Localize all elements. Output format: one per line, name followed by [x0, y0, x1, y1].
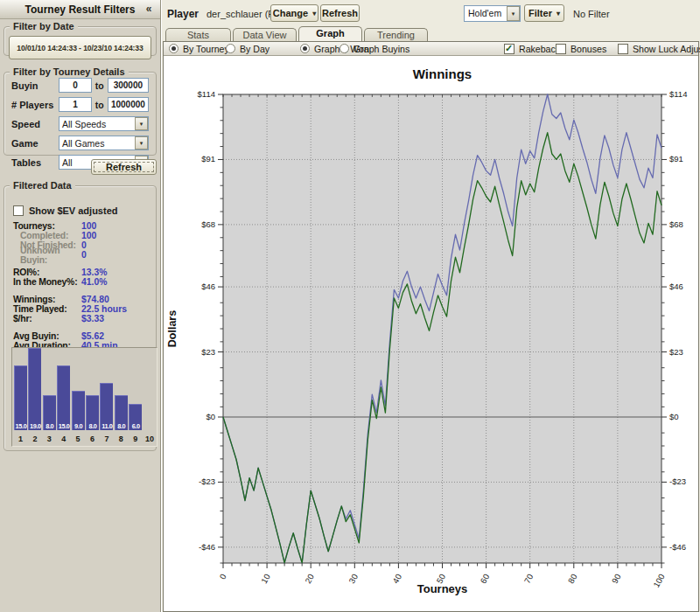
winnings-chart: $114$114$91$91$68$68$46$46$23$23$0$0-$23… — [164, 56, 698, 611]
tab-trending[interactable]: Trending — [364, 28, 428, 41]
stat-value: $3.33 — [81, 314, 104, 323]
refresh-player-button[interactable]: Refresh — [320, 4, 360, 22]
checkbox-label: Bonuses — [570, 44, 606, 54]
stat-label: Completed: — [13, 231, 81, 240]
stat-row: Time Played:22.5 hours — [13, 304, 150, 314]
dropdown-button[interactable]: ▾ — [135, 136, 148, 150]
x-axis-title: Tourneys — [417, 582, 468, 595]
game-type-combo[interactable]: Hold'em ▾ — [464, 5, 521, 22]
combo-dropdown-button[interactable]: ▾ — [507, 6, 520, 21]
filtered-stats-list: Tourneys:100Completed:100Not Finished:0U… — [13, 221, 150, 351]
histogram-bar-value: 11.0 — [99, 422, 115, 430]
ev-adjusted-label: Show $EV adjusted — [29, 205, 117, 216]
tab-data-view[interactable]: Data View — [233, 28, 297, 41]
filter-range-row: Buyin0to300000 — [11, 78, 149, 93]
stat-label: $/hr: — [13, 314, 81, 323]
x-tick-label: 90 — [610, 573, 623, 586]
x-tick-label: 10 — [259, 573, 272, 586]
radio-icon[interactable] — [226, 44, 235, 53]
histogram-bar-value: 8.0 — [114, 422, 130, 430]
stat-row: ROI%:13.3% — [13, 268, 150, 277]
radio-graph-buyins[interactable]: Graph Buyins — [340, 43, 410, 54]
x-tick-label: 0 — [218, 573, 228, 581]
checkbox-bonuses[interactable]: Bonuses — [556, 43, 606, 54]
buyin-histogram: 15.0119.028.0315.049.058.0611.078.086.09… — [11, 347, 158, 447]
stat-label: Unknown Buyin: — [13, 246, 81, 265]
y-tick-label: $46 — [669, 282, 683, 291]
filter-select[interactable]: All Games▾ — [59, 136, 149, 150]
checkbox-icon[interactable] — [556, 44, 566, 54]
sidebar-refresh-button[interactable]: Refresh — [91, 159, 157, 175]
checkbox-rakeback[interactable]: Rakeback — [504, 43, 560, 54]
change-player-button[interactable]: Change▾ — [270, 4, 318, 22]
player-toolbar: Player der_schlauer (FT) Change▾ Refresh… — [162, 0, 700, 26]
radio-icon[interactable] — [169, 44, 178, 53]
dropdown-button[interactable]: ▾ — [135, 117, 148, 130]
histogram-bar: 19.0 — [28, 348, 41, 430]
histogram-x-label: 3 — [43, 435, 56, 443]
date-range-button[interactable]: 10/01/10 14:24:33 - 10/23/10 14:24:33 — [9, 36, 151, 59]
filter-select[interactable]: All Speeds▾ — [59, 116, 149, 131]
range-to-input[interactable]: 300000 — [108, 78, 149, 93]
histogram-bar: 6.0 — [129, 404, 142, 430]
histogram-x-label: 10 — [144, 435, 157, 443]
app-window: { "sidebar": { "title": "Tourney Result … — [0, 0, 700, 612]
checkbox-icon[interactable] — [618, 44, 628, 54]
stat-value: $5.62 — [81, 331, 104, 341]
x-tick-label: 40 — [390, 573, 403, 586]
stat-value: $74.80 — [81, 295, 109, 304]
stat-value: 41.0% — [81, 277, 107, 287]
y-tick-label: $23 — [669, 347, 683, 357]
stat-label: Tourneys: — [13, 221, 81, 231]
range-from-input[interactable]: 1 — [59, 97, 92, 112]
x-tick-label: 70 — [522, 573, 536, 586]
graph-options-bar: By TourneyBy DayGraph $ WonGraph BuyinsR… — [164, 42, 698, 56]
stat-row: Completed:100 — [13, 231, 150, 240]
stat-label: ROI%: — [13, 268, 81, 277]
collapse-sidebar-button[interactable]: « — [142, 3, 156, 17]
stat-row: Winnings:$74.80 — [13, 295, 150, 304]
tab-stats[interactable]: Stats — [165, 28, 231, 41]
radio-icon[interactable] — [300, 44, 310, 53]
y-tick-label: $0 — [206, 412, 215, 421]
histogram-bar: 8.0 — [86, 395, 99, 430]
filter-label: Tables — [11, 157, 59, 168]
filtered-data-title: Filtered Data — [10, 180, 75, 191]
to-label: to — [95, 100, 104, 110]
y-tick-label: -$23 — [669, 476, 686, 486]
range-to-input[interactable]: 1000000 — [108, 97, 149, 112]
histogram-bar-value: 15.0 — [56, 422, 72, 430]
chevron-down-icon: ▾ — [140, 140, 144, 147]
radio-icon[interactable] — [340, 44, 349, 53]
y-tick-label: $114 — [198, 89, 215, 99]
graph-tab-page: By TourneyBy DayGraph $ WonGraph BuyinsR… — [163, 41, 699, 612]
filter-label: Buyin — [11, 80, 59, 91]
histogram-x-label: 8 — [115, 435, 128, 443]
winnings-chart-svg: $114$114$91$91$68$68$46$46$23$23$0$0-$23… — [164, 56, 700, 598]
filter-button[interactable]: Filter▾ — [524, 4, 564, 22]
checkbox-icon[interactable] — [504, 44, 514, 54]
checkbox-label: Rakeback — [519, 44, 560, 54]
stat-value: 100 — [81, 221, 96, 231]
checkbox-show-luck-adjusted-winnings[interactable]: Show Luck Adjusted Winnings — [618, 43, 700, 54]
sidebar-title: Tourney Result Filters — [25, 3, 136, 16]
radio-by-day[interactable]: By Day — [226, 43, 270, 54]
histogram-x-label: 4 — [57, 435, 70, 443]
y-tick-label: $91 — [669, 154, 683, 163]
filter-by-date-title: Filter by Date — [10, 21, 78, 31]
histogram-bar-value: 8.0 — [85, 422, 101, 430]
ev-adjusted-checkbox[interactable] — [13, 205, 24, 216]
y-tick-label: $91 — [201, 154, 215, 163]
histogram-x-label: 6 — [86, 435, 99, 443]
chart-title: Winnings — [413, 66, 472, 81]
chevron-down-icon: ▾ — [140, 121, 144, 128]
filter-label: # Players — [11, 100, 59, 110]
stat-value: 0 — [81, 240, 87, 250]
stat-label: Time Played: — [13, 304, 81, 314]
y-tick-label: $68 — [669, 219, 683, 229]
radio-by-tourney[interactable]: By Tourney — [169, 43, 229, 54]
range-from-input[interactable]: 0 — [59, 78, 92, 93]
tab-graph[interactable]: Graph — [298, 26, 362, 41]
histogram-x-label: 5 — [72, 435, 85, 443]
x-tick-label: 20 — [303, 573, 316, 586]
